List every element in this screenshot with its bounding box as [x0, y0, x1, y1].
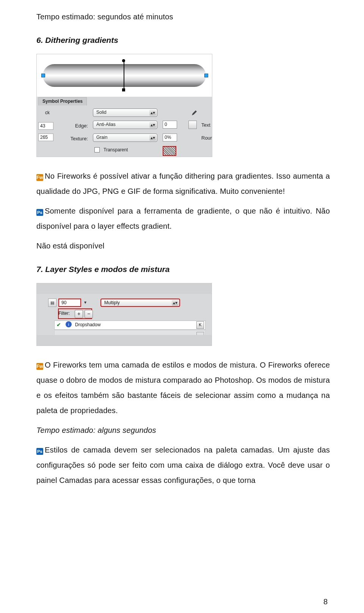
check-icon: ✔: [56, 322, 61, 328]
section-6-ps-paragraph: PsSomente disponível para a ferramenta d…: [36, 203, 330, 234]
edge-select[interactable]: Anti-Alias▴▾: [93, 121, 157, 129]
fireworks-icon: Fw: [36, 363, 43, 370]
section-7-fw-paragraph: FwO Fireworks tem uma camada de estilos …: [36, 357, 330, 418]
edge-label: Edge:: [75, 123, 88, 129]
chevron-down-icon[interactable]: ▾: [84, 300, 86, 305]
effect-row-dropshadow[interactable]: Dropshadow: [54, 321, 206, 330]
blend-mode-select[interactable]: Multiply▴▾: [100, 299, 180, 307]
section-7-tempo-line: Tempo estimado: alguns segundos: [36, 423, 330, 438]
rounding-hint: Rour: [201, 135, 212, 141]
tempo-estimado-line: Tempo estimado: segundos até minutos: [36, 9, 330, 24]
photoshop-icon: Ps: [36, 448, 43, 455]
remove-filter-button[interactable]: −: [85, 310, 93, 318]
section-6-heading: 6. Dithering gradients: [36, 36, 330, 45]
screenshot-blend-panel: ▤ 90 ▾ Multiply▴▾ Filter: + − Dropshadow…: [36, 283, 212, 346]
pencil-icon[interactable]: [191, 109, 198, 116]
symbol-properties-tab[interactable]: Symbol Properties: [38, 97, 87, 105]
texture-select[interactable]: Grain▴▾: [93, 134, 157, 142]
transparent-label: Transparent: [104, 147, 128, 152]
dither-toggle-highlight[interactable]: [163, 146, 176, 156]
fireworks-icon: Fw: [36, 174, 43, 181]
edge-number[interactable]: 0: [163, 121, 177, 129]
screenshot-dithering-panel: Symbol Properties ck 43 265 Solid▴▾ Edge…: [36, 54, 212, 157]
text-hint: Text: [201, 122, 210, 128]
page-number: 8: [323, 597, 328, 606]
info-icon[interactable]: i: [66, 321, 72, 327]
k-button[interactable]: K: [196, 321, 204, 329]
opacity-input[interactable]: 90: [58, 299, 81, 307]
transparent-checkbox[interactable]: [94, 147, 100, 152]
section-7-heading: 7. Layer Styles e modos de mistura: [36, 265, 330, 274]
photoshop-icon: Ps: [36, 209, 43, 216]
grid-icon[interactable]: [188, 121, 197, 129]
add-filter-button[interactable]: +: [75, 310, 83, 318]
texture-label: Texture:: [71, 136, 88, 141]
fill-select[interactable]: Solid▴▾: [93, 108, 157, 117]
section-7-ps-paragraph: PsEstilos de camada devem ser selecionad…: [36, 442, 330, 488]
section-6-neutral-line: Não está disponível: [36, 238, 330, 253]
texture-percent[interactable]: 0%: [163, 134, 177, 141]
layer-toggle-icon[interactable]: ▤: [48, 299, 56, 307]
section-6-fw-paragraph: FwNo Fireworks é possível ativar a funçã…: [36, 168, 330, 199]
